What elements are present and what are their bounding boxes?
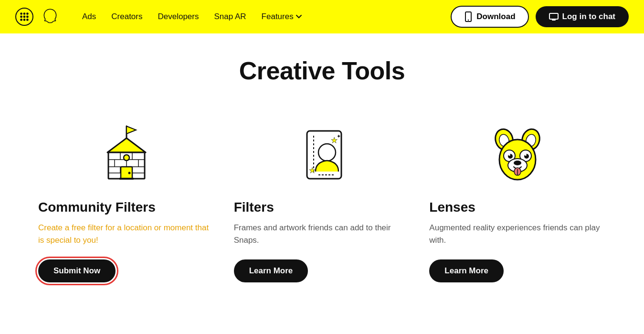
download-button[interactable]: Download [451,6,528,28]
svg-marker-13 [127,126,136,134]
page-title: Creative Tools [38,56,606,85]
nav-link-features[interactable]: Features [262,12,302,22]
lenses-learn-more-button[interactable]: Learn More [429,259,504,282]
card-lenses-title: Lenses [429,200,475,215]
monitor-icon [549,13,559,21]
snapchat-ghost-logo[interactable] [41,8,59,26]
svg-point-0 [21,13,22,14]
svg-point-3 [21,16,22,18]
svg-rect-29 [119,178,134,180]
card-lenses-desc: Augmented reality experiences friends ca… [429,222,606,246]
svg-point-28 [124,155,129,161]
phone-icon [464,11,473,22]
filters-icon: ★ ✦ ★ [234,112,411,188]
card-lenses: Lenses Augmented reality experiences fri… [429,112,606,282]
nav-link-snap-ar[interactable]: Snap AR [214,12,246,22]
navbar: Ads Creators Developers Snap AR Features… [0,0,644,33]
svg-point-27 [128,172,130,174]
svg-point-47 [525,154,527,156]
nav-link-ads[interactable]: Ads [82,12,96,22]
svg-text:★: ★ [309,166,316,174]
card-filters-desc: Frames and artwork friends can add to th… [234,222,411,246]
svg-point-5 [27,16,28,18]
card-community-filters: Community Filters Create a free filter f… [38,112,215,282]
submit-now-button[interactable]: Submit Now [38,259,116,282]
svg-marker-14 [107,138,146,152]
card-community-filters-title: Community Filters [38,200,156,215]
svg-point-34 [318,144,336,161]
svg-point-8 [27,19,28,21]
svg-point-46 [508,154,510,156]
grid-icon-button[interactable] [15,8,33,26]
filters-learn-more-button[interactable]: Learn More [234,259,308,282]
nav-right: Download Log in to chat [451,6,629,28]
svg-rect-11 [549,13,558,19]
svg-point-4 [24,16,25,18]
nav-links: Ads Creators Developers Snap AR Features [82,12,302,22]
svg-point-10 [468,20,469,21]
main-content: Creative Tools [0,33,644,311]
card-community-filters-desc: Create a free filter for a location or m… [38,222,215,246]
card-filters: ★ ✦ ★ Filters Frames and artwork friends… [234,112,411,282]
svg-text:✦: ✦ [337,133,341,139]
chevron-down-icon [296,13,302,20]
svg-point-2 [27,13,28,14]
community-filters-icon [38,112,215,188]
nav-link-developers[interactable]: Developers [158,12,199,22]
nav-left [15,8,59,26]
nav-link-creators[interactable]: Creators [111,12,142,22]
svg-point-6 [21,19,22,21]
login-button[interactable]: Log in to chat [536,6,629,27]
lenses-icon [429,112,606,188]
svg-point-7 [24,19,25,21]
card-filters-title: Filters [234,200,274,215]
svg-point-1 [24,13,25,14]
svg-point-49 [514,161,521,165]
cards-container: Community Filters Create a free filter f… [38,112,606,282]
